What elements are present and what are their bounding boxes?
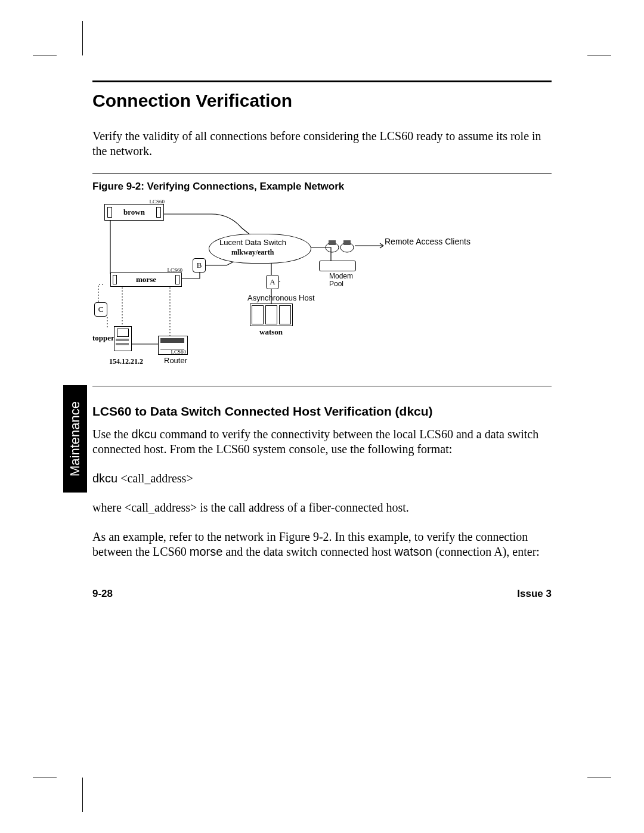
async-host-label: Asynchronous Host <box>247 293 315 302</box>
cmd-arg: <call_address> <box>117 472 193 485</box>
host-watson: watson <box>395 545 432 558</box>
page-number: 9-28 <box>92 588 113 600</box>
cmd-dkcu: dkcu <box>132 428 157 441</box>
section-title: Connection Verification <box>92 91 552 111</box>
heading-rule <box>92 80 552 82</box>
device-brown-label: brown <box>105 205 163 217</box>
device-morse-label: morse <box>111 273 181 284</box>
device-watson <box>250 304 293 326</box>
subsection-title: LCS60 to Data Switch Connected Host Veri… <box>92 404 552 419</box>
device-morse-model: LCS60 <box>167 267 182 273</box>
figure-caption: Figure 9-2: Verifying Connections, Examp… <box>92 181 552 193</box>
figure-top-rule <box>92 173 552 174</box>
page-footer: 9-28 Issue 3 <box>92 588 552 600</box>
sub-paragraph-2: where <call_address> is the call address… <box>92 500 552 515</box>
svg-rect-1 <box>329 240 336 245</box>
cloud-label-top: Lucent Data Switch <box>219 238 286 247</box>
page-content: Connection Verification Verify the valid… <box>92 80 552 574</box>
text: (connection A), enter: <box>432 545 540 558</box>
router-label: Router <box>164 356 187 365</box>
remote-clients-label: Remote Access Clients <box>385 237 470 246</box>
text: Use the <box>92 428 132 441</box>
device-router: LCS60 <box>158 336 188 355</box>
sub-paragraph-1: Use the dkcu command to verify the conne… <box>92 427 552 457</box>
host-morse: morse <box>190 545 223 558</box>
sub-paragraph-3: As an example, refer to the network in F… <box>92 529 552 559</box>
modem-pool-box <box>319 261 356 271</box>
phone-icon <box>325 236 355 256</box>
issue-number: Issue 3 <box>517 588 552 600</box>
topper-label: topper <box>92 333 114 343</box>
cloud-label-bottom: mlkway/earth <box>231 248 274 257</box>
side-tab-maintenance: Maintenance <box>63 385 87 493</box>
svg-rect-3 <box>343 240 351 245</box>
device-brown-model: LCS60 <box>149 199 165 205</box>
text: and the data switch connected host <box>222 545 394 558</box>
figure-9-2: brown LCS60 Lucent Data Switch mlkway/ea… <box>92 201 552 374</box>
device-brown: brown LCS60 <box>104 204 164 221</box>
node-b: B <box>193 258 206 272</box>
node-c: C <box>94 302 107 317</box>
ip-label: 154.12.21.2 <box>109 357 143 366</box>
side-tab-label: Maintenance <box>67 401 83 476</box>
modem-pool-label: Modem Pool <box>329 272 359 288</box>
device-topper <box>114 326 132 351</box>
command-line: dkcu <call_address> <box>92 471 552 486</box>
text: command to verify the connectivity betwe… <box>92 428 538 456</box>
intro-paragraph: Verify the validity of all connections b… <box>92 129 552 159</box>
figure-bottom-rule <box>92 386 552 386</box>
cmd-prefix: dkcu <box>92 472 117 485</box>
watson-label: watson <box>259 327 283 337</box>
node-a: A <box>266 275 279 289</box>
device-morse: morse LCS60 <box>110 272 182 287</box>
